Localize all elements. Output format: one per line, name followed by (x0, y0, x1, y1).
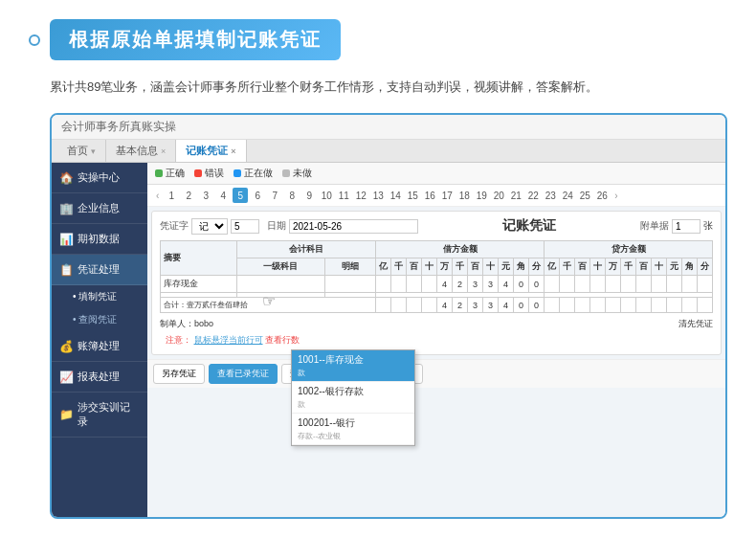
dot-indicator (29, 34, 40, 46)
sidebar-sub-fill[interactable]: • 填制凭证 (52, 285, 147, 308)
page-7[interactable]: 7 (267, 188, 282, 203)
td-total-d5: 4 (437, 298, 453, 313)
clear-btn[interactable]: 清先凭证 (678, 318, 713, 330)
td-total-c3 (575, 298, 590, 313)
tab-home-label: 首页 (67, 144, 88, 158)
tab-voucher[interactable]: 记账凭证 × (176, 140, 246, 162)
view-recorded-btn[interactable]: 查看已录凭证 (209, 364, 278, 384)
page-17[interactable]: 17 (439, 188, 455, 203)
page-22[interactable]: 22 (525, 188, 541, 203)
page-18[interactable]: 18 (456, 188, 472, 203)
th-summary: 摘要 (161, 241, 237, 276)
td-d10: 0 (514, 276, 529, 293)
account-dropdown[interactable]: 1001--库存现金款 1002--银行存款款 100201--银行存款--农业… (291, 349, 415, 446)
page-next[interactable]: › (611, 191, 620, 201)
page-12[interactable]: 12 (353, 188, 368, 203)
cert-type-select[interactable]: 记 (191, 218, 228, 235)
record-icon: 📁 (59, 408, 73, 421)
page-19[interactable]: 19 (474, 188, 489, 203)
page-6[interactable]: 6 (250, 188, 265, 203)
dropdown-item-1002[interactable]: 1002--银行存款款 (292, 382, 414, 414)
save-voucher-btn[interactable]: 另存凭证 (153, 364, 205, 384)
sidebar-item-practice[interactable]: 🏠 实操中心 (52, 163, 147, 193)
th-c-fen: 分 (698, 258, 713, 276)
attach-input[interactable] (672, 219, 700, 234)
sidebar-initial-label: 期初数据 (78, 232, 120, 246)
td-d5: 4 (437, 276, 453, 293)
status-correct: 正确 (155, 167, 185, 180)
page-21[interactable]: 21 (508, 188, 523, 203)
page-2[interactable]: 2 (181, 188, 196, 203)
maker-label: 制单人：bobo (160, 318, 213, 330)
page-16[interactable]: 16 (422, 188, 437, 203)
cursor-icon: ☞ (262, 292, 276, 310)
tab-voucher-close[interactable]: × (231, 146, 235, 156)
content-area: 会计师事务所真账实操 首页 ▾ 基本信息 × 记账凭证 × 🏠 实 (50, 113, 727, 519)
voucher-title: 记账凭证 (426, 217, 633, 235)
th-c-yuan: 元 (667, 258, 682, 276)
sidebar-item-report[interactable]: 📈 报表处理 (52, 362, 147, 393)
th-c-jiao: 角 (682, 258, 698, 276)
page-20[interactable]: 20 (491, 188, 506, 203)
status-bar: 正确 错误 正在做 未做 (147, 163, 725, 185)
sidebar-item-voucher[interactable]: 📋 凭证处理 (52, 255, 147, 285)
page-26[interactable]: 26 (594, 188, 610, 203)
th-d-fen: 分 (529, 258, 545, 276)
company-icon: 🏢 (59, 202, 73, 215)
cert-num-input[interactable] (231, 219, 259, 234)
page-9[interactable]: 9 (301, 188, 317, 203)
td-total-d9: 4 (499, 298, 514, 313)
status-doing: 正在做 (233, 167, 273, 180)
tab-basic-info[interactable]: 基本信息 × (106, 140, 176, 162)
cert-type-label: 凭证字 (160, 219, 189, 233)
th-d-shi: 十 (422, 258, 437, 276)
page-11[interactable]: 11 (336, 188, 351, 203)
page-25[interactable]: 25 (577, 188, 592, 203)
pagination: ‹ 1 2 3 4 5 6 7 8 9 10 11 12 13 14 15 16 (147, 185, 725, 207)
td-c3 (575, 276, 590, 293)
tab-home[interactable]: 首页 ▾ (57, 140, 106, 162)
page-5[interactable]: 5 (233, 188, 248, 203)
dropdown-item-1001[interactable]: 1001--库存现金款 (292, 350, 414, 382)
page-13[interactable]: 13 (370, 188, 386, 203)
sidebar-item-record[interactable]: 📁 涉交实训记录 (52, 393, 147, 438)
sidebar-item-initial[interactable]: 📊 期初数据 (52, 224, 147, 255)
td-detail-1 (324, 276, 375, 293)
page-1[interactable]: 1 (164, 188, 179, 203)
page-8[interactable]: 8 (284, 188, 300, 203)
attach-label: 附单据 (640, 219, 669, 233)
page-4[interactable]: 4 (215, 188, 231, 203)
td-total-c11 (698, 298, 713, 313)
page-title: 根据原始单据填制记账凭证 (50, 19, 341, 60)
td-d7: 3 (468, 276, 483, 293)
sidebar-sub-view[interactable]: • 查阅凭证 (52, 308, 147, 331)
date-input[interactable] (289, 219, 418, 234)
th-d-qian: 千 (391, 258, 407, 276)
sidebar-practice-label: 实操中心 (78, 170, 120, 185)
sidebar-item-company[interactable]: 🏢 企业信息 (52, 193, 147, 224)
td-c8 (652, 276, 667, 293)
page-24[interactable]: 24 (560, 188, 575, 203)
sidebar-item-ledger[interactable]: 💰 账簿处理 (52, 331, 147, 362)
page-3[interactable]: 3 (198, 188, 213, 203)
notice-link[interactable]: 鼠标悬浮当前行可 (194, 335, 263, 345)
td-c11 (698, 276, 713, 293)
td-total-c4 (590, 298, 606, 313)
practice-icon: 🏠 (59, 171, 73, 185)
app-tabs: 首页 ▾ 基本信息 × 记账凭证 × (52, 140, 725, 163)
td-total-c9 (667, 298, 682, 313)
doing-label: 正在做 (244, 167, 273, 180)
page-prev[interactable]: ‹ (153, 191, 162, 201)
page-10[interactable]: 10 (319, 188, 334, 203)
td-d4 (422, 276, 437, 293)
th-d-bai2: 百 (468, 258, 483, 276)
page-23[interactable]: 23 (543, 188, 558, 203)
tab-basic-close[interactable]: × (161, 146, 166, 156)
td-c5 (606, 276, 621, 293)
undone-dot (282, 169, 290, 177)
td-total-d6: 2 (453, 298, 468, 313)
dropdown-item-100201[interactable]: 100201--银行存款--农业银 (292, 414, 414, 445)
th-d-wan: 万 (437, 258, 453, 276)
page-15[interactable]: 15 (405, 188, 420, 203)
page-14[interactable]: 14 (388, 188, 403, 203)
